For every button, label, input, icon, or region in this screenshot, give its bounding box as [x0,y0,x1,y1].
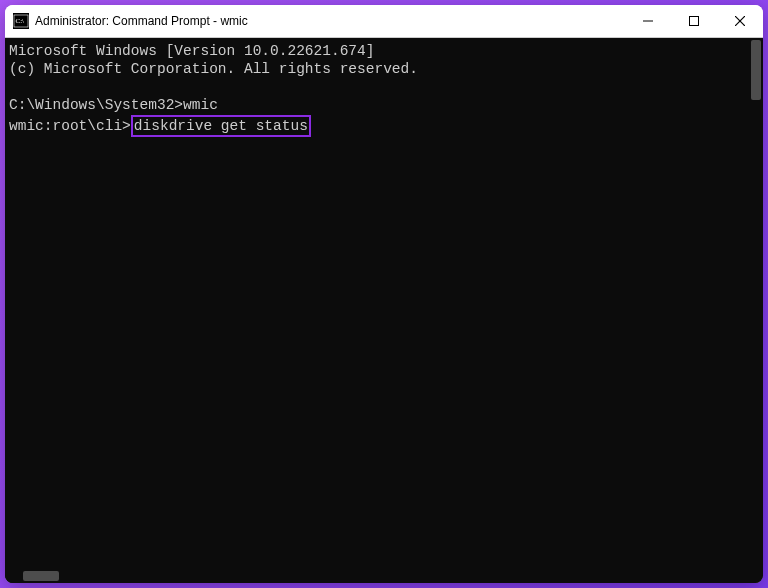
prompt1-cmd: wmic [183,97,218,113]
prompt1-path: C:\Windows\System32> [9,97,183,113]
highlighted-command: diskdrive get status [131,115,311,137]
prompt2-path: wmic:root\cli> [9,118,131,134]
terminal-output[interactable]: Microsoft Windows [Version 10.0.22621.67… [5,38,749,583]
copyright-line: (c) Microsoft Corporation. All rights re… [9,61,418,77]
cmd-icon: C:\ [13,13,29,29]
window: C:\ Administrator: Command Prompt - wmic… [5,5,763,583]
vertical-scrollbar-thumb[interactable] [751,40,761,100]
close-icon [735,16,745,26]
svg-rect-4 [690,17,699,26]
horizontal-scrollbar-thumb[interactable] [23,571,59,581]
prompt2-cmd: diskdrive get status [134,118,308,134]
close-button[interactable] [717,5,763,37]
terminal-area: Microsoft Windows [Version 10.0.22621.67… [5,37,763,583]
svg-text:C:\: C:\ [16,17,25,25]
version-line: Microsoft Windows [Version 10.0.22621.67… [9,43,374,59]
titlebar[interactable]: C:\ Administrator: Command Prompt - wmic [5,5,763,37]
maximize-button[interactable] [671,5,717,37]
window-controls [625,5,763,37]
window-title: Administrator: Command Prompt - wmic [35,14,248,28]
horizontal-scrollbar[interactable] [5,569,747,583]
minimize-button[interactable] [625,5,671,37]
minimize-icon [643,16,653,26]
maximize-icon [689,16,699,26]
vertical-scrollbar[interactable] [749,38,763,583]
